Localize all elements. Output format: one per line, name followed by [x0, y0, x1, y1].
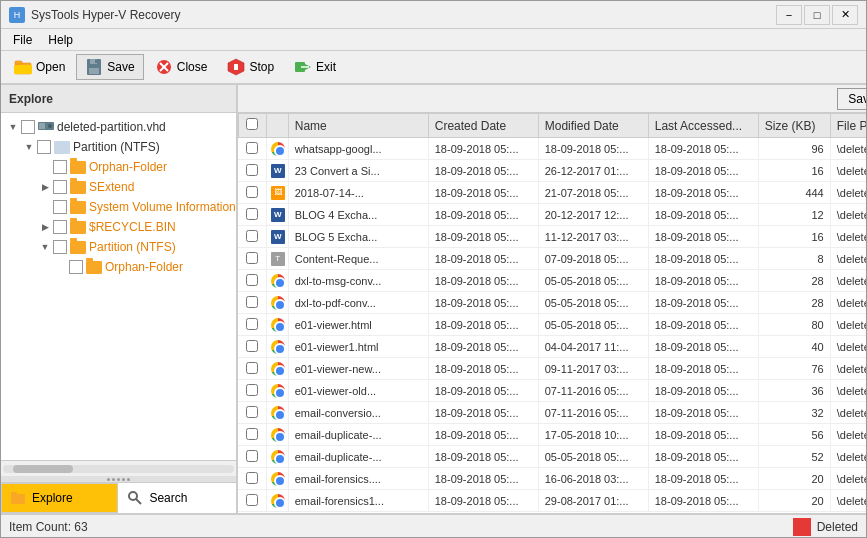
row-checkbox[interactable] [246, 208, 258, 220]
row-checkbox-cell[interactable] [238, 270, 266, 292]
tree-node-recycle[interactable]: ▶ $RECYCLE.BIN [1, 217, 236, 237]
row-checkbox[interactable] [246, 318, 258, 330]
close-window-button[interactable]: ✕ [832, 5, 858, 25]
tree-checkbox-vhd[interactable] [21, 120, 35, 134]
open-button[interactable]: Open [5, 54, 74, 80]
open-icon [14, 58, 32, 76]
table-row[interactable]: W BLOG 5 Excha... 18-09-2018 05:... 11-1… [238, 226, 867, 248]
col-header-modified[interactable]: Modified Date [538, 114, 648, 138]
table-row[interactable]: W BLOG 4 Excha... 18-09-2018 05:... 20-1… [238, 204, 867, 226]
file-tree[interactable]: ▼ deleted-partition.vhd ▼ Partition (NTF… [1, 113, 236, 460]
table-row[interactable]: e01-viewer-old... 18-09-2018 05:... 07-1… [238, 380, 867, 402]
row-checkbox-cell[interactable] [238, 402, 266, 424]
row-checkbox-cell[interactable] [238, 182, 266, 204]
tree-node-orphan2[interactable]: Orphan-Folder [1, 257, 236, 277]
row-checkbox[interactable] [246, 296, 258, 308]
tree-node-vhd[interactable]: ▼ deleted-partition.vhd [1, 117, 236, 137]
row-checkbox[interactable] [246, 252, 258, 264]
stop-button[interactable]: Stop [218, 54, 283, 80]
table-row[interactable]: email-forensics.... 18-09-2018 05:... 16… [238, 468, 867, 490]
tree-node-partition2[interactable]: ▼ Partition (NTFS) [1, 237, 236, 257]
row-checkbox[interactable] [246, 274, 258, 286]
row-checkbox-cell[interactable] [238, 292, 266, 314]
table-row[interactable]: email-duplicate-... 18-09-2018 05:... 17… [238, 424, 867, 446]
tree-node-sextend[interactable]: ▶ SExtend [1, 177, 236, 197]
search-tab[interactable]: Search [118, 483, 235, 513]
row-checkbox-cell[interactable] [238, 446, 266, 468]
row-checkbox-cell[interactable] [238, 138, 266, 160]
save-selected-button[interactable]: Save Selected [837, 88, 867, 110]
col-header-accessed[interactable]: Last Accessed... [648, 114, 758, 138]
tree-checkbox-p2[interactable] [53, 240, 67, 254]
table-row[interactable]: email-duplicate-... 18-09-2018 05:... 05… [238, 446, 867, 468]
maximize-button[interactable]: □ [804, 5, 830, 25]
minimize-button[interactable]: − [776, 5, 802, 25]
row-checkbox-cell[interactable] [238, 226, 266, 248]
folder-icon-p2 [70, 241, 86, 254]
col-header-check[interactable] [238, 114, 266, 138]
file-table[interactable]: Name Created Date Modified Date Last Acc… [238, 113, 867, 513]
row-accessed: 18-09-2018 05:... [648, 402, 758, 424]
col-header-name[interactable]: Name [288, 114, 428, 138]
row-checkbox[interactable] [246, 362, 258, 374]
table-row[interactable]: e01-viewer1.html 18-09-2018 05:... 04-04… [238, 336, 867, 358]
table-row[interactable]: email-forensics1... 18-09-2018 05:... 29… [238, 490, 867, 512]
col-header-created[interactable]: Created Date [428, 114, 538, 138]
text-icon: T [271, 252, 285, 266]
row-checkbox[interactable] [246, 384, 258, 396]
horizontal-scrollbar[interactable] [1, 460, 236, 476]
tree-checkbox-sextend[interactable] [53, 180, 67, 194]
col-header-size[interactable]: Size (KB) [758, 114, 830, 138]
row-checkbox[interactable] [246, 164, 258, 176]
row-checkbox-cell[interactable] [238, 248, 266, 270]
tree-checkbox-orphan2[interactable] [69, 260, 83, 274]
menu-help[interactable]: Help [40, 31, 81, 49]
row-checkbox[interactable] [246, 472, 258, 484]
table-row[interactable]: 🖼 2018-07-14-... 18-09-2018 05:... 21-07… [238, 182, 867, 204]
row-checkbox-cell[interactable] [238, 358, 266, 380]
tree-checkbox-svi[interactable] [53, 200, 67, 214]
row-checkbox[interactable] [246, 340, 258, 352]
table-row[interactable]: dxl-to-pdf-conv... 18-09-2018 05:... 05-… [238, 292, 867, 314]
row-checkbox-cell[interactable] [238, 336, 266, 358]
row-checkbox[interactable] [246, 494, 258, 506]
menu-file[interactable]: File [5, 31, 40, 49]
search-tab-label: Search [149, 491, 187, 505]
tree-node-partition1[interactable]: ▼ Partition (NTFS) [1, 137, 236, 157]
row-checkbox-cell[interactable] [238, 468, 266, 490]
close-button[interactable]: Close [146, 54, 217, 80]
row-checkbox[interactable] [246, 406, 258, 418]
col-header-path[interactable]: File Path [830, 114, 867, 138]
row-checkbox[interactable] [246, 450, 258, 462]
table-row[interactable]: whatsapp-googl... 18-09-2018 05:... 18-0… [238, 138, 867, 160]
row-checkbox[interactable] [246, 186, 258, 198]
col-header-icon [266, 114, 288, 138]
save-button[interactable]: Save [76, 54, 143, 80]
table-row[interactable]: dxl-to-msg-conv... 18-09-2018 05:... 05-… [238, 270, 867, 292]
tree-label-orphan2: Orphan-Folder [105, 260, 183, 274]
tree-checkbox-orphan1[interactable] [53, 160, 67, 174]
row-checkbox[interactable] [246, 428, 258, 440]
select-all-checkbox[interactable] [246, 118, 258, 130]
row-checkbox-cell[interactable] [238, 314, 266, 336]
exit-button[interactable]: Exit [285, 54, 345, 80]
table-row[interactable]: W 23 Convert a Si... 18-09-2018 05:... 2… [238, 160, 867, 182]
row-checkbox-cell[interactable] [238, 204, 266, 226]
row-checkbox-cell[interactable] [238, 380, 266, 402]
tree-checkbox-recycle[interactable] [53, 220, 67, 234]
row-checkbox[interactable] [246, 142, 258, 154]
scroll-thumb[interactable] [13, 465, 73, 473]
explore-tab[interactable]: Explore [1, 483, 118, 513]
table-row[interactable]: e01-viewer.html 18-09-2018 05:... 05-05-… [238, 314, 867, 336]
table-row[interactable]: T Content-Reque... 18-09-2018 05:... 07-… [238, 248, 867, 270]
row-checkbox[interactable] [246, 230, 258, 242]
table-row[interactable]: email-conversio... 18-09-2018 05:... 07-… [238, 402, 867, 424]
tree-node-orphan1[interactable]: Orphan-Folder [1, 157, 236, 177]
row-checkbox-cell[interactable] [238, 424, 266, 446]
tree-node-sysvolinfo[interactable]: System Volume Information [1, 197, 236, 217]
table-row[interactable]: e01-viewer-new... 18-09-2018 05:... 09-1… [238, 358, 867, 380]
svg-rect-2 [14, 65, 32, 74]
tree-checkbox-p1[interactable] [37, 140, 51, 154]
row-checkbox-cell[interactable] [238, 490, 266, 512]
row-checkbox-cell[interactable] [238, 160, 266, 182]
